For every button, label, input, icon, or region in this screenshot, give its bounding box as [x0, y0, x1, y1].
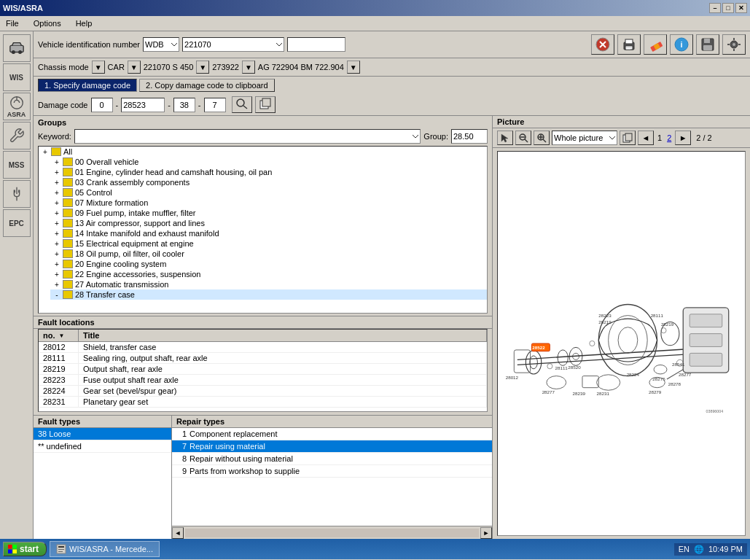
zoom-in-btn[interactable]: [534, 131, 550, 145]
col-header-title[interactable]: Title: [79, 330, 487, 341]
scroll-track[interactable]: [185, 529, 479, 537]
table-row[interactable]: 28231 Planetary gear set: [39, 397, 487, 408]
menu-file[interactable]: File: [3, 18, 22, 29]
view-select[interactable]: Whole picture: [552, 131, 617, 145]
start-button[interactable]: start: [3, 542, 47, 556]
tree-label-all: All: [63, 147, 72, 156]
vin-prefix-select[interactable]: WDB: [143, 37, 179, 52]
fault-type-item-38[interactable]: 38 Loose: [34, 428, 171, 440]
damage-copy-btn[interactable]: [255, 96, 276, 113]
close-button[interactable]: ✕: [735, 3, 747, 13]
picture-copy-btn[interactable]: [620, 131, 636, 145]
fault-type-item-undefined[interactable]: ** undefined: [34, 440, 171, 453]
next-page-btn[interactable]: ►: [675, 131, 691, 145]
svg-rect-91: [8, 550, 12, 554]
tree-item-00[interactable]: + 00 Overall vehicle: [50, 157, 487, 167]
stop-button[interactable]: [591, 34, 614, 55]
folder-icon-00: [63, 158, 73, 166]
repair-type-item-1[interactable]: 1 Component replacement: [172, 428, 492, 440]
settings-button[interactable]: [722, 34, 746, 55]
tab-copy-damage[interactable]: 2. Copy damage code to clipboard: [139, 79, 275, 92]
damage-search-btn[interactable]: [232, 96, 252, 113]
chassis-mode-btn[interactable]: ▼: [92, 61, 105, 74]
menu-options[interactable]: Options: [31, 18, 64, 29]
repair-type-item-9[interactable]: 9 Parts from workshop to supplie: [172, 465, 492, 478]
sidebar-item-mss[interactable]: MSS: [3, 151, 31, 179]
folder-icon-13: [63, 219, 73, 228]
folder-icon-03: [63, 178, 73, 187]
keyword-input[interactable]: [74, 129, 421, 144]
tree-item-03[interactable]: + 03 Crank assembly components: [50, 177, 487, 187]
repair-type-item-8[interactable]: 8 Repair without using material: [172, 453, 492, 465]
tree-container[interactable]: + All + 00 Overall vehicle +: [38, 146, 488, 314]
tree-item-all[interactable]: + All: [39, 147, 487, 157]
tree-item-28[interactable]: - 28 Transfer case: [50, 289, 487, 300]
chassis-engine-btn[interactable]: ▼: [242, 61, 255, 74]
info-button[interactable]: i: [670, 34, 693, 55]
print-button[interactable]: [617, 34, 641, 55]
sidebar-icon-car[interactable]: [3, 34, 31, 62]
fault-section: Fault locations no. ▼ Title: [34, 316, 492, 539]
svg-text:03896004: 03896004: [706, 409, 723, 413]
sidebar-item-plug[interactable]: [3, 180, 31, 208]
tree-item-07[interactable]: + 07 Mixture formation: [50, 198, 487, 208]
repair-type-list[interactable]: 1 Component replacement 7 Repair using m…: [172, 428, 492, 526]
cursor-btn[interactable]: [497, 131, 513, 145]
sidebar-item-tool[interactable]: [3, 122, 31, 149]
table-row[interactable]: 28223 Fuse output shaft rear axle: [39, 375, 487, 386]
table-row[interactable]: 28224 Gear set (bevel/spur gear): [39, 386, 487, 397]
folder-icon-07: [63, 198, 73, 207]
tree-item-09[interactable]: + 09 Fuel pump, intake muffler, filter: [50, 208, 487, 218]
tree-label-20: 20 Engine cooling system: [75, 260, 166, 268]
damage-code-val2[interactable]: [121, 98, 165, 112]
table-row[interactable]: 28219 Output shaft, rear axle: [39, 364, 487, 375]
prev-page-btn[interactable]: ◄: [638, 131, 654, 145]
tab-specify-damage[interactable]: 1. Specify damage code: [38, 79, 137, 92]
tree-item-13[interactable]: + 13 Air compressor, support and lines: [50, 218, 487, 228]
zoom-out-btn[interactable]: [515, 131, 531, 145]
chassis-car-btn[interactable]: ▼: [128, 61, 141, 74]
taskbar-item-wis[interactable]: WIS/ASRA - Mercede...: [50, 541, 160, 557]
sidebar-item-wis[interactable]: WIS: [3, 63, 31, 91]
chassis-mode-label: Chassis mode: [38, 63, 89, 71]
tree-item-15[interactable]: + 15 Electrical equipment at engine: [50, 238, 487, 249]
tree-item-27[interactable]: + 27 Automatic transmission: [50, 279, 487, 289]
scroll-left-btn[interactable]: ◄: [172, 527, 184, 539]
taskbar-right: EN 🌐 10:49 PM: [674, 543, 747, 556]
vin-extra-input[interactable]: [287, 37, 345, 52]
page-num-1[interactable]: 1: [656, 133, 663, 142]
repair-scrollbar[interactable]: ◄ ►: [172, 526, 492, 539]
tree-item-05[interactable]: + 05 Control: [50, 187, 487, 198]
tree-item-01[interactable]: + 01 Engine, cylinder head and camshaft …: [50, 167, 487, 177]
save-button[interactable]: [696, 34, 719, 55]
page-num-2[interactable]: 2: [665, 133, 673, 142]
sidebar-item-asra[interactable]: ASRA: [3, 93, 31, 120]
svg-rect-90: [13, 545, 17, 549]
group-input[interactable]: 28.50: [451, 129, 488, 144]
chassis-trans-btn[interactable]: ▼: [347, 61, 360, 74]
repair-type-item-7[interactable]: 7 Repair using material: [172, 440, 492, 453]
chassis-model-btn[interactable]: ▼: [196, 61, 209, 74]
damage-code-val4[interactable]: [204, 98, 226, 112]
table-row[interactable]: 28012 Shield, transfer case: [39, 342, 487, 353]
eraser-button[interactable]: [644, 34, 667, 55]
sidebar-item-epc[interactable]: EPC: [3, 209, 31, 237]
tree-item-20[interactable]: + 20 Engine cooling system: [50, 259, 487, 269]
fault-body[interactable]: 28012 Shield, transfer case 28111 Sealin…: [39, 342, 487, 408]
table-row[interactable]: 28111 Sealing ring, output shaft, rear a…: [39, 353, 487, 364]
tree-item-18[interactable]: + 18 Oil pump, oil filter, oil cooler: [50, 249, 487, 259]
scroll-right-btn[interactable]: ►: [480, 527, 492, 539]
fault-table[interactable]: no. ▼ Title 28012 Shield, transfer case: [38, 329, 488, 412]
vin-number-select[interactable]: 221070: [182, 37, 284, 52]
menu-help[interactable]: Help: [73, 18, 95, 29]
fault-type-list[interactable]: 38 Loose ** undefined: [34, 428, 171, 539]
damage-code-val1[interactable]: [91, 98, 113, 112]
tree-label-28: 28 Transfer case: [75, 290, 135, 299]
tree-item-14[interactable]: + 14 Intake manifold and exhaust manifol…: [50, 228, 487, 238]
col-header-no[interactable]: no. ▼: [39, 330, 79, 341]
damage-code-val3[interactable]: [173, 98, 195, 112]
maximize-button[interactable]: □: [722, 3, 734, 13]
tree-label-01: 01 Engine, cylinder head and camshaft ho…: [75, 168, 272, 176]
tree-item-22[interactable]: + 22 Engine accessories, suspension: [50, 269, 487, 279]
minimize-button[interactable]: –: [709, 3, 721, 13]
